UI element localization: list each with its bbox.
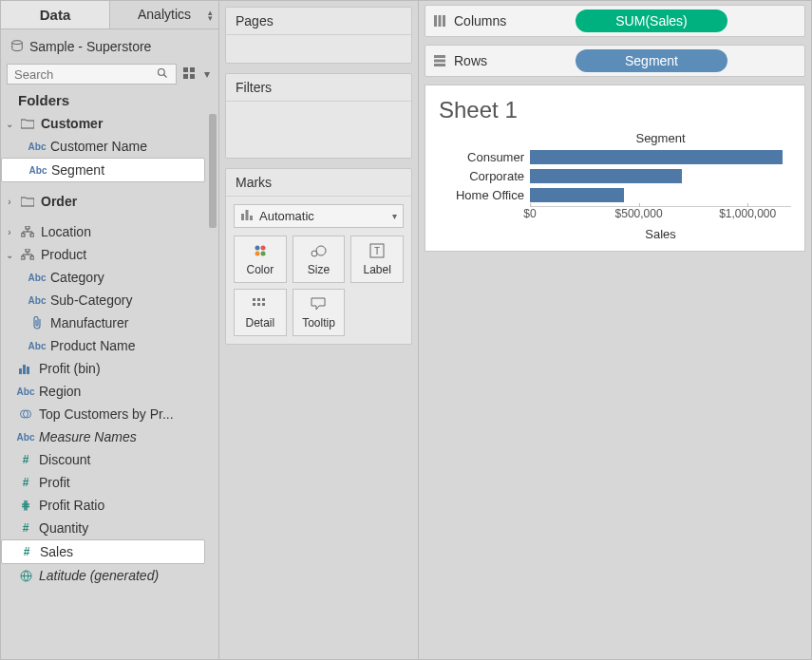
field-profit-ratio[interactable]: ⋕Profit Ratio: [1, 494, 205, 517]
field-discount[interactable]: #Discount: [1, 448, 205, 471]
database-icon: [10, 40, 24, 53]
svg-rect-8: [21, 234, 25, 236]
abc-icon: Abc: [30, 165, 46, 176]
bar-vertical-icon: [240, 208, 254, 224]
marks-detail-button[interactable]: Detail: [234, 289, 287, 336]
svg-rect-5: [183, 74, 188, 79]
svg-rect-11: [21, 256, 25, 259]
field-category[interactable]: AbcCategory: [1, 266, 205, 289]
x-axis-title: Sales: [439, 227, 791, 241]
svg-rect-14: [23, 365, 26, 374]
sheet-title[interactable]: Sheet 1: [439, 97, 791, 123]
marks-tooltip-label: Tooltip: [302, 316, 335, 330]
field-region[interactable]: AbcRegion: [1, 380, 205, 403]
rows-icon: [433, 54, 446, 67]
columns-pill[interactable]: SUM(Sales): [576, 9, 727, 32]
columns-shelf[interactable]: Columns SUM(Sales): [425, 5, 805, 37]
bar[interactable]: [530, 169, 682, 183]
field-profit-label: Profit: [39, 475, 70, 490]
view-grid-icon[interactable]: [180, 66, 198, 84]
mark-type-dropdown[interactable]: Automatic ▾: [234, 204, 404, 228]
svg-rect-13: [19, 368, 22, 374]
svg-point-27: [316, 246, 326, 255]
tree-scrollbar[interactable]: [207, 112, 218, 659]
marks-tooltip-button[interactable]: Tooltip: [293, 289, 346, 336]
bar-row: Corporate: [439, 166, 791, 185]
field-manufacturer-label: Manufacturer: [50, 315, 128, 330]
marks-label-button[interactable]: T Label: [350, 236, 404, 283]
detail-icon: [253, 295, 268, 312]
marks-size-button[interactable]: Size: [293, 236, 346, 283]
rows-label: Rows: [454, 53, 568, 68]
search-input-wrapper[interactable]: [7, 64, 177, 85]
field-customer-name[interactable]: Abc Customer Name: [1, 135, 205, 158]
search-input[interactable]: [12, 66, 154, 83]
field-segment[interactable]: Abc Segment: [1, 158, 205, 182]
field-product-name[interactable]: AbcProduct Name: [1, 334, 205, 357]
svg-point-25: [260, 252, 265, 256]
svg-rect-36: [434, 15, 437, 27]
marks-title: Marks: [226, 169, 411, 197]
chevron-down-icon: ⌄: [5, 250, 14, 260]
folder-customer[interactable]: ⌄ Customer: [1, 112, 205, 135]
chevron-right-icon: ›: [5, 227, 14, 237]
datasource-name: Sample - Superstore: [29, 39, 151, 54]
filters-card[interactable]: Filters: [225, 73, 412, 159]
hierarchy-product[interactable]: ⌄ Product: [1, 243, 205, 266]
field-measure-names[interactable]: AbcMeasure Names: [1, 425, 205, 448]
columns-icon: [433, 14, 446, 28]
chevron-down-icon: ▾: [392, 211, 397, 221]
axis-tick: $1,000,000: [719, 207, 776, 220]
tab-data[interactable]: Data: [1, 1, 110, 28]
chevron-right-icon: ›: [5, 197, 14, 207]
hierarchy-location[interactable]: › Location: [1, 220, 205, 243]
rows-pill[interactable]: Segment: [576, 49, 727, 72]
chart: Segment ConsumerCorporateHome Office $0$…: [439, 131, 791, 241]
field-profit-bin-label: Profit (bin): [39, 361, 101, 376]
field-profit[interactable]: #Profit: [1, 471, 205, 494]
set-icon: [18, 408, 33, 420]
marks-detail-label: Detail: [245, 316, 274, 330]
bar-row: Home Office: [439, 185, 791, 204]
field-manufacturer[interactable]: Manufacturer: [1, 311, 205, 334]
tab-data-label: Data: [40, 7, 71, 23]
datasource-row[interactable]: Sample - Superstore: [1, 29, 218, 64]
pages-card[interactable]: Pages: [225, 7, 412, 64]
bar[interactable]: [530, 188, 624, 202]
svg-rect-39: [434, 55, 445, 58]
columns-pill-label: SUM(Sales): [615, 13, 687, 28]
field-quantity[interactable]: #Quantity: [1, 517, 205, 539]
svg-rect-7: [26, 226, 29, 229]
view-menu-caret-icon[interactable]: ▾: [201, 66, 213, 83]
marks-card: Marks Automatic ▾ Color Size T Label: [225, 168, 412, 345]
abc-icon: Abc: [29, 273, 45, 283]
field-sales[interactable]: #Sales: [1, 539, 205, 564]
field-latitude[interactable]: Latitude (generated): [1, 564, 205, 587]
field-sub-category[interactable]: AbcSub-Category: [1, 289, 205, 311]
field-top-customers[interactable]: Top Customers by Pr...: [1, 403, 205, 425]
field-latitude-label: Latitude (generated): [39, 568, 159, 583]
svg-rect-32: [262, 298, 265, 301]
field-sub-category-label: Sub-Category: [50, 292, 132, 308]
field-profit-bin[interactable]: Profit (bin): [1, 357, 205, 380]
bar-label: Corporate: [439, 169, 530, 183]
number-icon: #: [18, 521, 33, 535]
bar[interactable]: [530, 150, 783, 164]
x-axis: $0$500,000$1,000,000: [530, 206, 791, 223]
hierarchy-icon: [20, 249, 35, 260]
scrollbar-thumb[interactable]: [209, 114, 217, 228]
tab-analytics[interactable]: Analytics▴▾: [110, 1, 218, 28]
hierarchy-product-label: Product: [41, 247, 86, 262]
filters-title: Filters: [226, 74, 411, 102]
axis-tick: $500,000: [615, 207, 663, 220]
rows-shelf[interactable]: Rows Segment: [425, 45, 805, 77]
histogram-icon: [18, 363, 33, 374]
svg-rect-20: [246, 210, 249, 220]
field-region-label: Region: [39, 384, 81, 399]
folder-order[interactable]: › Order: [1, 190, 205, 213]
field-profit-ratio-label: Profit Ratio: [39, 498, 104, 513]
marks-color-button[interactable]: Color: [234, 236, 287, 283]
svg-rect-3: [183, 67, 188, 72]
search-icon: [154, 66, 171, 84]
fields-tree: ⌄ Customer Abc Customer Name Abc Segment…: [1, 112, 218, 659]
